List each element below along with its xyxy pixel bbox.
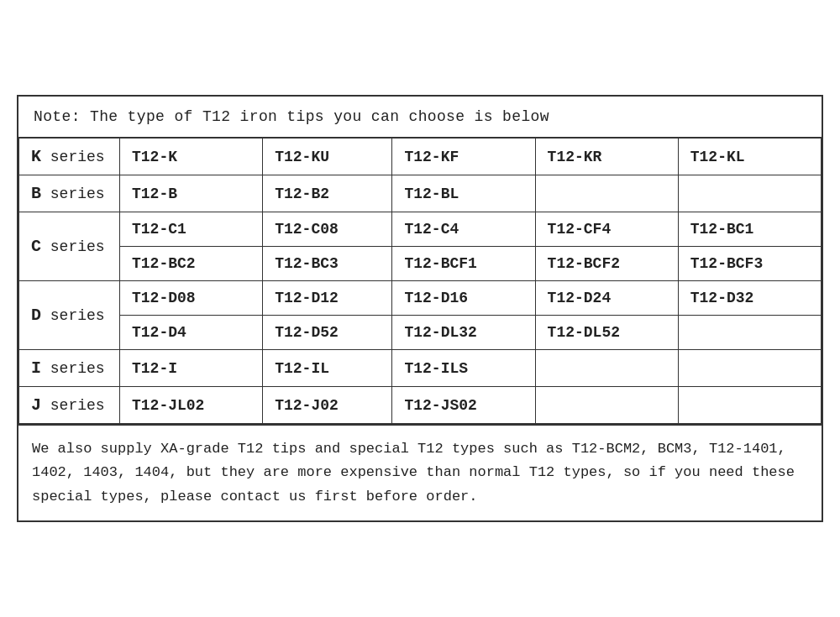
tips-table: K seriesT12-KT12-KUT12-KFT12-KRT12-KLB s… [18, 139, 822, 424]
tip-cell: T12-BC1 [678, 212, 821, 247]
tip-cell: T12-D52 [263, 316, 392, 350]
tip-cell: T12-JL02 [120, 387, 263, 424]
tip-cell: T12-KR [535, 139, 678, 175]
tip-cell: T12-IL [263, 350, 392, 387]
table-row: B seriesT12-BT12-B2T12-BL [19, 175, 822, 212]
note-text: Note: The type of T12 iron tips you can … [18, 97, 822, 139]
tip-cell [678, 316, 821, 350]
tip-cell: T12-KF [392, 139, 535, 175]
series-cell: I series [19, 350, 120, 387]
series-letter: C [31, 237, 41, 256]
tip-cell: T12-ILS [392, 350, 535, 387]
tip-cell: T12-C4 [392, 212, 535, 247]
tip-cell [535, 350, 678, 387]
series-letter: K [31, 147, 41, 166]
tip-cell: T12-D24 [535, 281, 678, 316]
table-row: T12-BC2T12-BC3T12-BCF1T12-BCF2T12-BCF3 [19, 247, 822, 281]
tip-cell [535, 387, 678, 424]
tip-cell: T12-KL [678, 139, 821, 175]
tip-cell: T12-D08 [120, 281, 263, 316]
series-cell: B series [19, 175, 120, 212]
series-letter: I [31, 358, 41, 378]
series-letter: J [31, 395, 41, 415]
table-row: J seriesT12-JL02T12-J02T12-JS02 [19, 387, 822, 424]
series-letter: D [31, 306, 41, 325]
tip-cell [678, 387, 821, 424]
tip-cell: T12-K [120, 139, 263, 175]
main-container: Note: The type of T12 iron tips you can … [17, 95, 823, 521]
tip-cell [535, 175, 678, 212]
tip-cell: T12-D12 [263, 281, 392, 316]
tip-cell: T12-BL [392, 175, 535, 212]
tip-cell: T12-BC2 [120, 247, 263, 281]
tip-cell: T12-I [120, 350, 263, 387]
tip-cell: T12-D16 [392, 281, 535, 316]
tip-cell: T12-D4 [120, 316, 263, 350]
tip-cell: T12-DL52 [535, 316, 678, 350]
tip-cell: T12-C08 [263, 212, 392, 247]
tip-cell: T12-BCF3 [678, 247, 821, 281]
footer-text: We also supply XA-grade T12 tips and spe… [18, 424, 822, 520]
table-row: D seriesT12-D08T12-D12T12-D16T12-D24T12-… [19, 281, 822, 316]
tip-cell: T12-BCF2 [535, 247, 678, 281]
tip-cell: T12-JS02 [392, 387, 535, 424]
tip-cell: T12-BCF1 [392, 247, 535, 281]
tip-cell: T12-CF4 [535, 212, 678, 247]
table-row: K seriesT12-KT12-KUT12-KFT12-KRT12-KL [19, 139, 822, 175]
tip-cell: T12-J02 [263, 387, 392, 424]
tip-cell: T12-B2 [263, 175, 392, 212]
tip-cell: T12-B [120, 175, 263, 212]
series-cell: C series [19, 212, 120, 281]
table-row: T12-D4T12-D52T12-DL32T12-DL52 [19, 316, 822, 350]
series-cell: K series [19, 139, 120, 175]
tip-cell [678, 175, 821, 212]
series-cell: D series [19, 281, 120, 350]
tip-cell: T12-BC3 [263, 247, 392, 281]
table-row: I seriesT12-IT12-ILT12-ILS [19, 350, 822, 387]
series-letter: B [31, 184, 41, 203]
tip-cell [678, 350, 821, 387]
tip-cell: T12-DL32 [392, 316, 535, 350]
tip-cell: T12-C1 [120, 212, 263, 247]
tip-cell: T12-KU [263, 139, 392, 175]
table-row: C seriesT12-C1T12-C08T12-C4T12-CF4T12-BC… [19, 212, 822, 247]
series-cell: J series [19, 387, 120, 424]
tip-cell: T12-D32 [678, 281, 821, 316]
